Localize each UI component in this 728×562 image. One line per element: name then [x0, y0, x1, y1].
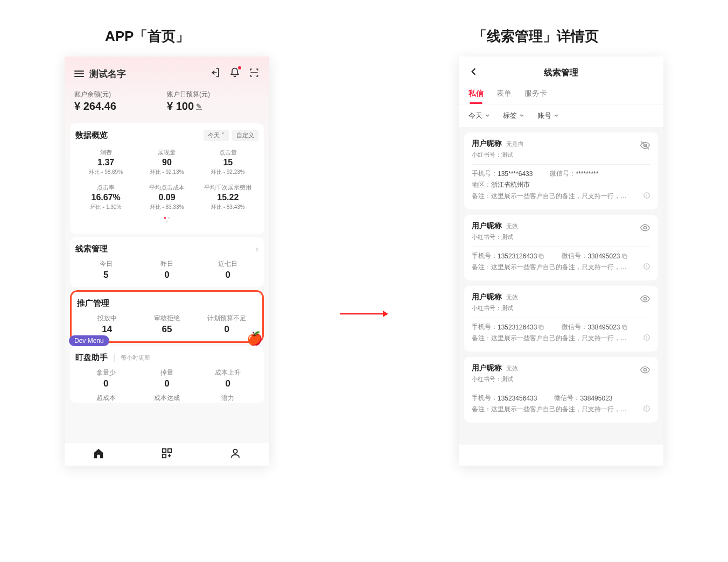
back-icon[interactable] [468, 66, 479, 79]
copy-icon[interactable] [537, 324, 544, 331]
filter-dropdown[interactable]: 标签 [503, 111, 524, 121]
svg-rect-2 [163, 454, 166, 457]
copy-icon[interactable] [620, 252, 628, 260]
lead-card[interactable]: 用户昵称无意向 小红书号：测试 手机号：135****6433微信号：*****… [464, 132, 658, 209]
svg-point-11 [644, 227, 647, 229]
stat-item: 昨日0 [136, 259, 197, 280]
stat-item: 成本达成 [136, 394, 197, 403]
page-title-right: 「线索管理」详情页 [473, 27, 599, 46]
leads-title: 线索管理 [75, 244, 256, 254]
stat-item: 近七日0 [198, 259, 258, 280]
svg-point-16 [647, 265, 647, 265]
home-header: 测试名字 [65, 57, 269, 86]
eye-icon[interactable] [640, 364, 650, 377]
nav-profile-icon[interactable] [229, 447, 241, 461]
edit-icon[interactable]: ✎ [196, 102, 202, 110]
eye-icon[interactable] [640, 293, 650, 306]
eye-icon[interactable] [640, 140, 650, 153]
monitor-title: 盯盘助手 [75, 353, 108, 363]
monitor-hint: 每小时更新 [121, 354, 150, 362]
svg-rect-1 [168, 448, 171, 452]
metric-item: 平均点击成本0.09环比 - 83.33% [136, 181, 197, 213]
svg-rect-12 [540, 255, 543, 258]
chevron-right-icon[interactable]: › [256, 244, 258, 254]
monitor-card: 盯盘助手 | 每小时更新 拿量少0掉量0成本上升0 超成本成本达成潜力 [70, 346, 264, 403]
svg-marker-5 [383, 311, 388, 317]
overview-title: 数据概览 [75, 130, 200, 140]
lead-card[interactable]: 用户昵称无效 小红书号：测试 手机号：13523126433微信号：338495… [464, 215, 658, 280]
home-screen: 测试名字 账户余额(元) ¥ 264.46 账户日预算(元) ¥ 100 ✎ [65, 57, 269, 466]
stat-item: 超成本 [75, 394, 136, 403]
svg-point-17 [644, 298, 647, 300]
budget-label: 账户日预算(元) [167, 90, 260, 99]
enter-icon[interactable] [210, 67, 221, 80]
svg-point-22 [647, 336, 647, 336]
overview-card: 数据概览 今天 ˅ 自定义 消费1.37环比 - 98.69%展现量90环比 -… [70, 123, 264, 234]
metric-item: 消费1.37环比 - 98.69% [75, 146, 136, 178]
lead-card[interactable]: 用户昵称无效 小红书号：测试 手机号：13523456433微信号：338495… [464, 357, 658, 423]
stat-item: 成本上升0 [198, 368, 258, 389]
info-icon[interactable] [643, 334, 650, 343]
apple-icon: 🍎 [247, 331, 263, 346]
svg-point-26 [647, 407, 647, 408]
metric-item: 展现量90环比 - 92.13% [136, 146, 197, 178]
stat-item: 掉量0 [136, 368, 197, 389]
info-icon[interactable] [643, 192, 650, 201]
metric-item: 平均千次展示费用15.22环比 - 83.43% [198, 181, 258, 213]
info-icon[interactable] [643, 263, 650, 272]
arrow-icon [340, 307, 388, 322]
detail-screen: 线索管理 私信表单服务卡 今天 标签 账号 用户昵称无意向 小红书号：测试 手机… [459, 57, 663, 466]
info-icon[interactable] [643, 405, 650, 414]
svg-rect-18 [540, 326, 543, 329]
hamburger-icon[interactable] [74, 69, 84, 79]
bell-icon[interactable] [229, 67, 240, 80]
leads-card[interactable]: 线索管理 › 今日5昨日0近七日0 [70, 237, 264, 287]
stat-item: 投放中14 [77, 314, 137, 335]
chip-custom[interactable]: 自定义 [232, 130, 258, 141]
copy-icon[interactable] [537, 252, 544, 260]
nav-apps-icon[interactable] [161, 447, 173, 461]
account-name: 测试名字 [89, 68, 210, 80]
metric-item: 点击率16.67%环比 - 1.30% [75, 181, 136, 213]
tab-0[interactable]: 私信 [468, 86, 484, 104]
metric-item: 点击量15环比 - 92.23% [198, 146, 258, 178]
budget-value: ¥ 100 [167, 100, 194, 113]
pager-dots: ● ● [75, 215, 258, 220]
scan-icon[interactable] [249, 67, 260, 80]
svg-point-3 [233, 449, 237, 453]
nav-home-icon[interactable] [93, 447, 104, 461]
svg-rect-19 [624, 326, 627, 329]
balance-value: ¥ 264.46 [74, 100, 167, 113]
promo-title: 推广管理 [77, 298, 257, 308]
detail-title: 线索管理 [479, 67, 643, 79]
expand-chevron-icon[interactable]: ˅ [75, 220, 258, 228]
stat-item: 今日5 [75, 259, 136, 280]
stat-item: 拿量少0 [75, 368, 136, 389]
copy-icon[interactable] [620, 324, 628, 331]
bottom-nav [65, 442, 269, 466]
stat-item: 潜力 [198, 394, 258, 403]
balance-label: 账户余额(元) [74, 90, 167, 99]
eye-icon[interactable] [640, 222, 650, 235]
svg-rect-0 [163, 448, 166, 452]
page-title-left: APP「首页」 [105, 27, 190, 46]
stat-item: 审核拒绝65 [137, 314, 197, 335]
lead-card[interactable]: 用户昵称无效 小红书号：测试 手机号：13523126433微信号：338495… [464, 286, 658, 352]
chip-today[interactable]: 今天 ˅ [204, 130, 229, 141]
svg-point-23 [644, 369, 647, 371]
svg-rect-13 [624, 255, 627, 258]
svg-point-10 [647, 194, 647, 194]
filter-dropdown[interactable]: 今天 [468, 111, 490, 121]
filter-dropdown[interactable]: 账号 [537, 111, 559, 121]
dev-menu-badge[interactable]: Dev Menu [69, 335, 109, 346]
tab-2[interactable]: 服务卡 [524, 86, 547, 104]
tab-1[interactable]: 表单 [496, 86, 512, 104]
